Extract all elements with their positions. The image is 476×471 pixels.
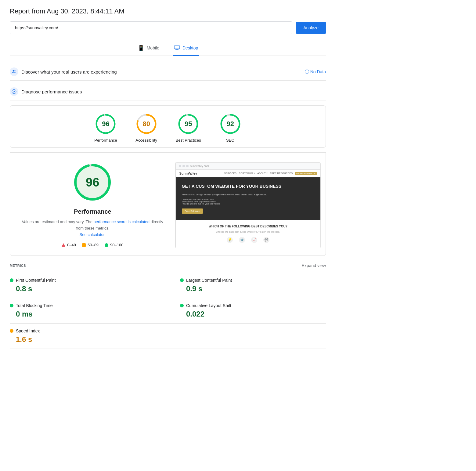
preview-icon-2: ⚙️ — [239, 237, 245, 243]
preview-dot-3 — [186, 165, 189, 167]
see-calculator-link[interactable]: See calculator. — [80, 232, 106, 237]
metric-lcp-dot — [180, 278, 184, 282]
desktop-icon — [174, 45, 180, 51]
svg-point-5 — [14, 70, 16, 71]
metric-fcp-value: 0.8 s — [10, 284, 168, 293]
tab-mobile-label: Mobile — [147, 45, 159, 50]
analyze-button[interactable]: Analyze — [296, 22, 326, 34]
metric-si-label: Speed Index — [16, 328, 40, 333]
metric-tbt-value: 0 ms — [10, 310, 168, 318]
metrics-title: METRICS — [10, 264, 26, 267]
medium-icon — [82, 243, 86, 247]
legend-bad-range: 0–49 — [67, 243, 76, 247]
metric-si-label-row: Speed Index — [10, 328, 168, 333]
metric-si-value: 1.6 s — [10, 335, 168, 344]
preview-icon-1: 💡 — [227, 237, 233, 243]
legend-bad: 0–49 — [62, 243, 76, 247]
svg-rect-0 — [174, 46, 180, 49]
legend-good-range: 90–100 — [110, 243, 123, 247]
preview-nav-dots — [179, 165, 189, 167]
score-label-best-practices: Best Practices — [176, 138, 201, 143]
metric-si: Speed Index 1.6 s — [10, 324, 168, 349]
preview-white-section: WHICH OF THE FOLLOWING BEST DESCRIBES YO… — [176, 220, 321, 248]
metrics-header: METRICS Expand view — [10, 263, 326, 268]
detail-panels: 96 Performance Values are estimated and … — [10, 153, 326, 255]
score-label-performance: Performance — [94, 138, 117, 143]
left-panel: 96 Performance Values are estimated and … — [10, 162, 175, 248]
score-value-best-practices: 95 — [185, 120, 192, 128]
metric-tbt: Total Blocking Time 0 ms — [10, 298, 168, 324]
expand-view-button[interactable]: Expand view — [302, 263, 326, 268]
preview-question-sub: Choose the path best suited where you're… — [182, 230, 315, 233]
score-label-seo: SEO — [226, 138, 234, 143]
perf-score-link[interactable]: performance score is calculated — [94, 219, 150, 224]
preview-icon-circle-2: ⚙️ — [239, 237, 245, 243]
metric-cls: Cumulative Layout Shift 0.022 — [168, 298, 326, 324]
preview-nav-portfolio: PORTFOLIO ▾ — [239, 172, 255, 175]
tab-desktop[interactable]: Desktop — [173, 42, 199, 56]
metric-tbt-label: Total Blocking Time — [16, 303, 53, 308]
preview-bullet-2: Showcase a level of professionalism — [182, 201, 315, 203]
svg-text:i: i — [306, 71, 307, 74]
metric-fcp-dot — [10, 278, 13, 282]
score-value-seo: 92 — [227, 120, 234, 128]
legend-good: 90–100 — [105, 243, 123, 247]
preview-hero: GET A CUSTOM WEBSITE FOR YOUR BUSINESS P… — [176, 177, 321, 220]
metric-si-dot — [10, 329, 13, 333]
metrics-section: METRICS Expand view First Contentful Pai… — [10, 263, 326, 349]
preview-nav-resources: FREE RESOURCES — [270, 172, 293, 175]
tab-mobile[interactable]: 📱 Mobile — [136, 42, 160, 56]
preview-dot-1 — [179, 165, 181, 167]
preview-bullets: Online your business is open 24/7 Showca… — [182, 198, 315, 205]
score-circle-performance: 96 — [95, 113, 117, 135]
no-data-link[interactable]: i No Data — [305, 69, 326, 74]
tabs: 📱 Mobile Desktop — [10, 42, 326, 56]
score-seo: 92 SEO — [219, 113, 241, 143]
preview-icon-circle-3: 📈 — [251, 237, 257, 243]
legend-medium-range: 50–89 — [88, 243, 99, 247]
real-users-section: Discover what your real users are experi… — [10, 63, 326, 81]
metric-cls-label: Cumulative Layout Shift — [186, 303, 231, 308]
tab-desktop-label: Desktop — [182, 45, 198, 50]
url-bar: Analyze — [10, 21, 326, 34]
url-input[interactable] — [10, 21, 292, 34]
metric-fcp: First Contentful Paint 0.8 s — [10, 273, 168, 298]
preview-icon-4: 💬 — [263, 237, 269, 243]
preview-choice-icons: 💡 ⚙️ 📈 💬 — [182, 237, 315, 243]
preview-url-label: sunnvalley.com — [190, 165, 209, 168]
svg-point-4 — [13, 70, 14, 72]
score-value-accessibility: 80 — [142, 120, 150, 128]
no-data-label: No Data — [310, 69, 326, 74]
preview-logo: SunnValley — [179, 172, 197, 175]
metric-cls-label-row: Cumulative Layout Shift — [180, 303, 326, 308]
metric-placeholder — [168, 324, 326, 349]
diagnose-section: Diagnose performance issues — [10, 83, 326, 100]
preview-site-nav: SunnValley SERVICES PORTFOLIO ▾ ABOUT ▾ … — [176, 170, 321, 177]
diagnose-icon — [10, 87, 18, 96]
preview-bullet-3: Provide a useful hub for your site visit… — [182, 203, 315, 205]
score-circle-seo: 92 — [219, 113, 241, 135]
preview-question: WHICH OF THE FOLLOWING BEST DESCRIBES YO… — [182, 225, 315, 228]
perf-desc-prefix: Values are estimated and may vary. The — [22, 219, 94, 224]
metric-lcp-label: Largest Contentful Paint — [186, 278, 232, 283]
score-circle-accessibility: 80 — [135, 113, 157, 135]
score-value-performance: 96 — [102, 120, 109, 128]
preview-cta-button[interactable]: Free Estimate — [182, 208, 203, 214]
scores-card: 96 Performance 80 Accessibility 95 Best … — [10, 105, 326, 148]
score-circle-best-practices: 95 — [177, 113, 199, 135]
preview-nav-estimate: FREE ESTIMATE — [295, 172, 317, 175]
preview-nav-services: SERVICES — [224, 172, 236, 175]
preview-sub-text: Professional design to help you get foun… — [182, 193, 315, 196]
metric-fcp-label-row: First Contentful Paint — [10, 278, 168, 283]
score-label-accessibility: Accessibility — [135, 138, 157, 143]
real-users-icon — [10, 67, 18, 76]
metric-lcp: Largest Contentful Paint 0.9 s — [168, 273, 326, 298]
mobile-icon: 📱 — [138, 45, 144, 51]
legend: 0–49 50–89 90–100 — [20, 243, 165, 247]
metric-fcp-label: First Contentful Paint — [16, 278, 56, 283]
metric-cls-dot — [180, 304, 184, 307]
bad-icon — [62, 243, 65, 247]
metric-cls-value: 0.022 — [180, 310, 326, 318]
real-users-title: Discover what your real users are experi… — [21, 69, 302, 74]
score-accessibility: 80 Accessibility — [135, 113, 157, 143]
